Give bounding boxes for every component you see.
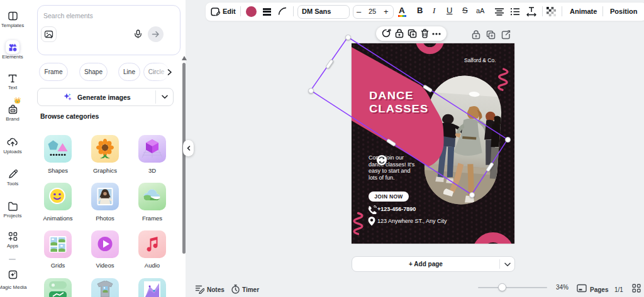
svg-text:CO: CO (11, 109, 14, 112)
